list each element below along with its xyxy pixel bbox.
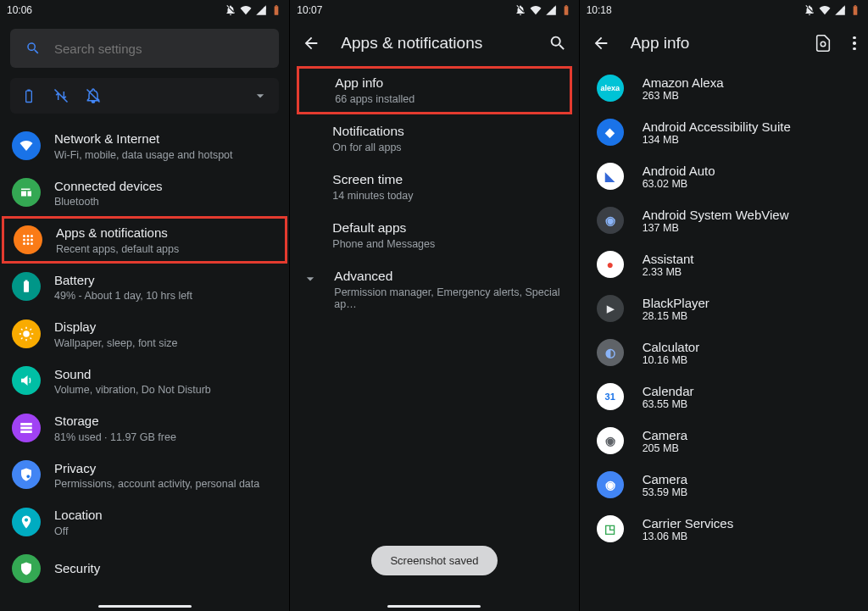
back-icon[interactable]: [592, 34, 610, 53]
find-in-page-icon[interactable]: [814, 34, 832, 53]
row-title: Network & Internet: [54, 131, 275, 147]
row-title: Apps & notifications: [56, 225, 274, 242]
status-icons: [225, 4, 282, 16]
privacy-icon: [12, 460, 41, 489]
svg-rect-16: [20, 423, 32, 425]
app-name: Camera: [643, 428, 687, 442]
settings-list: Network & InternetWi-Fi, mobile, data us…: [0, 122, 289, 592]
app-name: Amazon Alexa: [643, 75, 724, 90]
entries-list: App info66 apps installedNotificationsOn…: [290, 66, 578, 319]
dnd-off-icon: [515, 4, 526, 16]
svg-rect-21: [565, 5, 566, 6]
row-subtitle: Permissions, account activity, personal …: [54, 478, 275, 490]
settings-row-display[interactable]: DisplayWallpaper, sleep, font size: [0, 310, 289, 358]
entry-subtitle: 66 apps installed: [335, 93, 554, 105]
dnd-off-icon: [804, 4, 815, 16]
settings-row-battery[interactable]: Battery49% - About 1 day, 10 hrs left: [0, 264, 289, 311]
svg-rect-23: [854, 5, 856, 6]
battery-icon: [12, 272, 41, 301]
svg-point-12: [31, 242, 33, 245]
svg-point-15: [23, 330, 30, 337]
search-input[interactable]: [54, 42, 264, 56]
signal-icon: [545, 4, 557, 16]
apps-list: alexaAmazon Alexa263 MB◆Android Accessib…: [580, 66, 868, 551]
app-name: Carrier Services: [643, 516, 734, 530]
settings-row-location[interactable]: LocationOff: [0, 498, 289, 546]
clock: 10:18: [587, 4, 612, 16]
signal-icon: [255, 4, 267, 16]
settings-row-devices[interactable]: Connected devicesBluetooth: [0, 169, 289, 217]
app-row[interactable]: ◉Camera205 MB: [580, 419, 868, 463]
entry-2[interactable]: Screen time14 minutes today: [290, 163, 578, 211]
dnd-off-icon: [225, 4, 236, 16]
app-row[interactable]: ◐Calculator10.16 MB: [580, 330, 868, 375]
search-settings[interactable]: [10, 29, 279, 68]
settings-row-apps[interactable]: Apps & notificationsRecent apps, default…: [2, 216, 287, 264]
app-row[interactable]: ◉Camera53.59 MB: [580, 463, 868, 507]
data-off-icon[interactable]: [53, 87, 70, 104]
app-name: Android Auto: [643, 164, 715, 178]
entry-subtitle: Permission manager, Emergency alerts, Sp…: [334, 286, 561, 310]
nav-handle[interactable]: [387, 605, 481, 608]
battery-icon: [270, 4, 282, 16]
settings-row-security[interactable]: Security: [0, 546, 289, 592]
app-size: 63.55 MB: [643, 398, 694, 410]
app-row[interactable]: ●Assistant2.33 MB: [580, 242, 868, 286]
row-title: Privacy: [54, 460, 275, 477]
svg-point-10: [23, 242, 25, 245]
overflow-menu-icon[interactable]: [853, 36, 856, 51]
app-name: Assistant: [643, 252, 694, 266]
app-icon: ◉: [597, 427, 624, 454]
location-icon: [12, 508, 41, 536]
row-subtitle: 49% - About 1 day, 10 hrs left: [54, 290, 275, 302]
settings-row-storage[interactable]: Storage81% used · 11.97 GB free: [0, 404, 289, 452]
app-row[interactable]: ▶BlackPlayer28.15 MB: [580, 286, 868, 330]
chevron-down-icon[interactable]: [252, 87, 269, 104]
row-subtitle: Volume, vibration, Do Not Disturb: [54, 384, 275, 396]
app-row[interactable]: ◳Carrier Services13.06 MB: [580, 507, 868, 551]
status-icons: [804, 4, 861, 16]
app-row[interactable]: ◉Android System WebView137 MB: [580, 198, 868, 242]
settings-row-privacy[interactable]: PrivacyPermissions, account activity, pe…: [0, 452, 289, 499]
entry-4[interactable]: AdvancedPermission manager, Emergency al…: [290, 259, 578, 319]
app-row[interactable]: ◣Android Auto63.02 MB: [580, 154, 868, 198]
app-row[interactable]: alexaAmazon Alexa263 MB: [580, 66, 868, 110]
svg-rect-3: [27, 90, 30, 92]
quick-toggles[interactable]: [10, 78, 279, 114]
svg-rect-20: [564, 6, 568, 14]
app-row[interactable]: 31Calendar63.55 MB: [580, 375, 868, 419]
app-size: 134 MB: [643, 134, 791, 146]
app-info-pane: 10:18 App info alexaAmazon Alexa263 MB◆A…: [579, 0, 868, 611]
nav-handle[interactable]: [98, 605, 192, 608]
battery-toggle-icon[interactable]: [20, 87, 37, 104]
row-title: Storage: [54, 413, 275, 430]
dnd-toggle-icon[interactable]: [85, 87, 102, 104]
entry-subtitle: On for all apps: [332, 142, 561, 153]
app-icon: ◉: [597, 207, 624, 234]
entry-1[interactable]: NotificationsOn for all apps: [290, 114, 578, 163]
search-icon: [25, 41, 41, 56]
row-title: Security: [54, 560, 275, 577]
entry-3[interactable]: Default appsPhone and Messages: [290, 211, 578, 259]
app-size: 137 MB: [643, 222, 789, 234]
row-subtitle: Wallpaper, sleep, font size: [54, 337, 275, 349]
entry-subtitle: 14 minutes today: [332, 190, 561, 202]
entry-title: App info: [335, 75, 554, 91]
app-size: 53.59 MB: [643, 486, 688, 498]
row-subtitle: Bluetooth: [54, 196, 275, 208]
entry-0[interactable]: App info66 apps installed: [297, 66, 571, 114]
apps-notifications-pane: 10:07 Apps & notifications App info66 ap…: [289, 0, 578, 611]
app-row[interactable]: ◆Android Accessibility Suite134 MB: [580, 110, 868, 154]
header: Apps & notifications: [290, 20, 578, 66]
back-icon[interactable]: [302, 34, 320, 53]
toast: Screenshot saved: [371, 546, 497, 575]
app-size: 28.15 MB: [643, 310, 709, 322]
settings-row-sound[interactable]: SoundVolume, vibration, Do Not Disturb: [0, 358, 289, 405]
search-icon[interactable]: [548, 34, 567, 53]
app-name: Calculator: [643, 340, 700, 354]
status-bar: 10:07: [290, 0, 578, 20]
app-icon: ◣: [597, 163, 624, 190]
app-icon: alexa: [597, 75, 624, 102]
svg-rect-1: [275, 5, 277, 6]
settings-row-wifi[interactable]: Network & InternetWi-Fi, mobile, data us…: [0, 122, 289, 169]
